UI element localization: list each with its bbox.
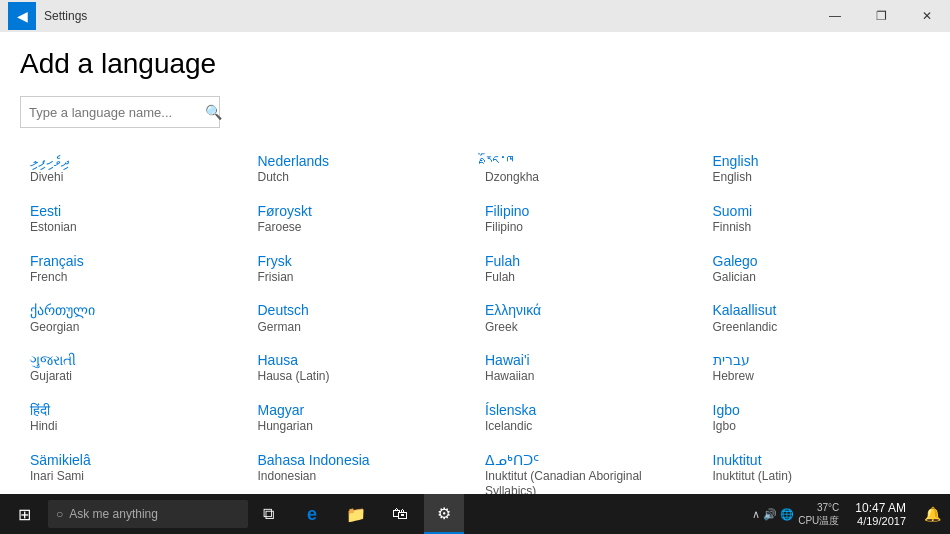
windows-icon: ⊞ bbox=[18, 505, 31, 524]
language-item[interactable]: MagyarHungarian bbox=[248, 393, 476, 443]
language-native-name: Eesti bbox=[30, 202, 238, 220]
cortana-icon: ○ bbox=[56, 507, 63, 521]
language-item[interactable]: SuomiFinnish bbox=[703, 194, 931, 244]
language-item[interactable]: NederlandsDutch bbox=[248, 144, 476, 194]
language-native-name: ދިވެހިފިލި bbox=[30, 152, 238, 170]
language-item[interactable]: ᐃᓄᒃᑎᑐᑦInuktitut (Canadian Aboriginal Syl… bbox=[475, 443, 703, 494]
language-english-name: Icelandic bbox=[485, 419, 693, 435]
task-view-button[interactable]: ⧉ bbox=[248, 494, 288, 534]
minimize-button[interactable]: — bbox=[812, 0, 858, 32]
language-english-name: Dzongkha bbox=[485, 170, 693, 186]
language-english-name: Frisian bbox=[258, 270, 466, 286]
search-input[interactable] bbox=[21, 99, 205, 126]
language-grid: ދިވެހިފިލިDivehiNederlandsDutchརྫོང་ཁDzo… bbox=[20, 144, 930, 494]
store-button[interactable]: 🛍 bbox=[380, 494, 420, 534]
back-button[interactable]: ◀ bbox=[8, 2, 36, 30]
settings-button[interactable]: ⚙ bbox=[424, 494, 464, 534]
search-box: 🔍 bbox=[20, 96, 220, 128]
language-item[interactable]: Hawai'iHawaiian bbox=[475, 343, 703, 393]
language-english-name: Hawaiian bbox=[485, 369, 693, 385]
language-english-name: Greenlandic bbox=[713, 320, 921, 336]
language-english-name: Dutch bbox=[258, 170, 466, 186]
title-bar-title: Settings bbox=[44, 9, 87, 23]
language-item[interactable]: རྫོང་ཁDzongkha bbox=[475, 144, 703, 194]
language-item[interactable]: ગુજરાતીGujarati bbox=[20, 343, 248, 393]
language-item[interactable]: ދިވެހިފިލިDivehi bbox=[20, 144, 248, 194]
language-native-name: Filipino bbox=[485, 202, 693, 220]
system-tray[interactable]: ∧ 🔊 🌐 37°C CPU温度 bbox=[744, 494, 847, 534]
language-item[interactable]: DeutschGerman bbox=[248, 293, 476, 343]
language-item[interactable]: KalaallisutGreenlandic bbox=[703, 293, 931, 343]
language-item[interactable]: ΕλληνικάGreek bbox=[475, 293, 703, 343]
language-item[interactable]: EnglishEnglish bbox=[703, 144, 931, 194]
language-english-name: Indonesian bbox=[258, 469, 466, 485]
store-icon: 🛍 bbox=[392, 505, 408, 523]
language-native-name: ᐃᓄᒃᑎᑐᑦ bbox=[485, 451, 693, 469]
language-native-name: Føroyskt bbox=[258, 202, 466, 220]
clock-date: 4/19/2017 bbox=[857, 515, 906, 527]
language-item[interactable]: GalegoGalician bbox=[703, 244, 931, 294]
explorer-button[interactable]: 📁 bbox=[336, 494, 376, 534]
language-english-name: Inuktitut (Canadian Aboriginal Syllabics… bbox=[485, 469, 693, 494]
sys-icons: ∧ 🔊 🌐 bbox=[752, 508, 794, 521]
language-english-name: Finnish bbox=[713, 220, 921, 236]
language-item[interactable]: HausaHausa (Latin) bbox=[248, 343, 476, 393]
language-item[interactable]: InuktitutInuktitut (Latin) bbox=[703, 443, 931, 494]
language-item[interactable]: FryskFrisian bbox=[248, 244, 476, 294]
language-item[interactable]: FøroysktFaroese bbox=[248, 194, 476, 244]
edge-icon: e bbox=[307, 504, 317, 525]
title-bar: ◀ Settings — ❐ ✕ bbox=[0, 0, 950, 32]
language-native-name: Ελληνικά bbox=[485, 301, 693, 319]
language-english-name: Hindi bbox=[30, 419, 238, 435]
clock-time: 10:47 AM bbox=[855, 501, 906, 515]
search-button[interactable]: 🔍 bbox=[205, 97, 222, 127]
maximize-button[interactable]: ❐ bbox=[858, 0, 904, 32]
language-native-name: Deutsch bbox=[258, 301, 466, 319]
language-english-name: Faroese bbox=[258, 220, 466, 236]
language-native-name: Frysk bbox=[258, 252, 466, 270]
language-native-name: Kalaallisut bbox=[713, 301, 921, 319]
language-item[interactable]: FilipinoFilipino bbox=[475, 194, 703, 244]
language-native-name: Galego bbox=[713, 252, 921, 270]
language-native-name: Igbo bbox=[713, 401, 921, 419]
taskbar-left: ⊞ ○ Ask me anything ⧉ e 📁 🛍 ⚙ bbox=[0, 494, 464, 534]
search-icon: 🔍 bbox=[205, 104, 222, 120]
language-english-name: German bbox=[258, 320, 466, 336]
language-english-name: Hausa (Latin) bbox=[258, 369, 466, 385]
language-item[interactable]: ÍslenskaIcelandic bbox=[475, 393, 703, 443]
language-item[interactable]: EestiEstonian bbox=[20, 194, 248, 244]
language-english-name: Galician bbox=[713, 270, 921, 286]
language-item[interactable]: हिंदीHindi bbox=[20, 393, 248, 443]
language-english-name: Fulah bbox=[485, 270, 693, 286]
taskbar-right: ∧ 🔊 🌐 37°C CPU温度 10:47 AM 4/19/2017 🔔 bbox=[744, 494, 950, 534]
language-native-name: हिंदी bbox=[30, 401, 238, 419]
language-english-name: Hebrew bbox=[713, 369, 921, 385]
language-english-name: French bbox=[30, 270, 238, 286]
language-item[interactable]: עבריתHebrew bbox=[703, 343, 931, 393]
language-item[interactable]: SämikielâInari Sami bbox=[20, 443, 248, 494]
language-item[interactable]: FrançaisFrench bbox=[20, 244, 248, 294]
language-native-name: Français bbox=[30, 252, 238, 270]
taskbar-app-icons: ⧉ e 📁 🛍 ⚙ bbox=[248, 494, 464, 534]
language-native-name: עברית bbox=[713, 351, 921, 369]
taskbar-search[interactable]: ○ Ask me anything bbox=[48, 500, 248, 528]
settings-icon: ⚙ bbox=[437, 504, 451, 523]
edge-button[interactable]: e bbox=[292, 494, 332, 534]
language-item[interactable]: FulahFulah bbox=[475, 244, 703, 294]
language-item[interactable]: ქართულიGeorgian bbox=[20, 293, 248, 343]
title-bar-left: ◀ Settings bbox=[8, 2, 87, 30]
language-english-name: Hungarian bbox=[258, 419, 466, 435]
language-item[interactable]: Bahasa IndonesiaIndonesian bbox=[248, 443, 476, 494]
language-native-name: Magyar bbox=[258, 401, 466, 419]
language-item[interactable]: IgboIgbo bbox=[703, 393, 931, 443]
page-title: Add a language bbox=[20, 48, 930, 80]
start-button[interactable]: ⊞ bbox=[0, 494, 48, 534]
language-native-name: Bahasa Indonesia bbox=[258, 451, 466, 469]
notification-button[interactable]: 🔔 bbox=[914, 494, 950, 534]
close-button[interactable]: ✕ bbox=[904, 0, 950, 32]
notification-icon: 🔔 bbox=[924, 506, 941, 522]
clock[interactable]: 10:47 AM 4/19/2017 bbox=[847, 501, 914, 527]
language-english-name: Divehi bbox=[30, 170, 238, 186]
language-native-name: English bbox=[713, 152, 921, 170]
language-list: ދިވެހިފިލިDivehiNederlandsDutchརྫོང་ཁDzo… bbox=[20, 144, 930, 494]
